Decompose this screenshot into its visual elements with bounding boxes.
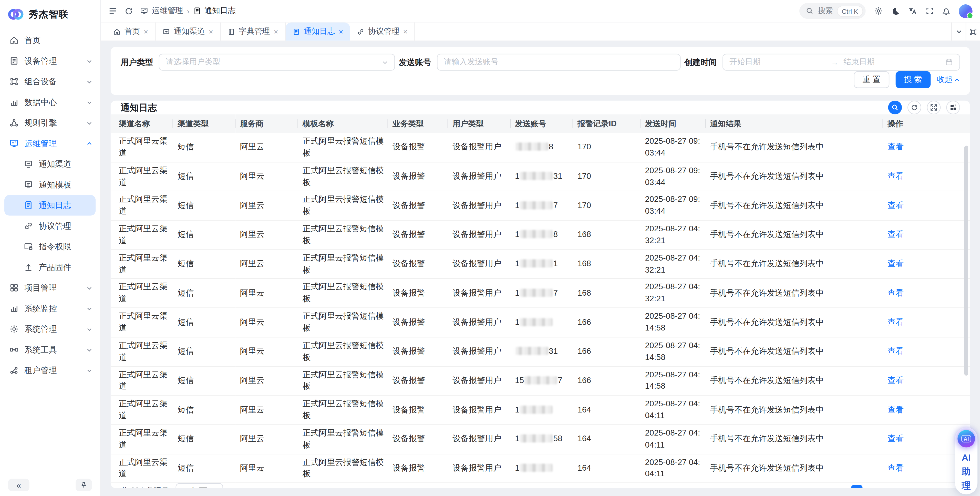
sidebar-item-ops[interactable]: 运维管理: [0, 133, 100, 154]
sidebar-item-monitoring[interactable]: 系统监控: [0, 298, 100, 319]
close-tab-icon[interactable]: ×: [209, 28, 213, 35]
sidebar-subitem-protocol[interactable]: 协议管理: [0, 216, 100, 237]
back-five-pages-button[interactable]: [819, 485, 830, 488]
dark-mode-button[interactable]: [891, 7, 900, 15]
cell-result: 手机号不在允许发送短信列表中: [706, 337, 883, 366]
view-link[interactable]: 查看: [888, 200, 904, 210]
notifications-button[interactable]: [942, 7, 951, 15]
chevron-down-icon: [86, 120, 92, 126]
sidebar-subitem-notify-log[interactable]: 通知日志: [4, 195, 95, 216]
table-row: 正式阿里云渠道短信阿里云正式阿里云报警短信模板设备报警设备报警用户1311702…: [111, 162, 970, 191]
sidebar-item-home[interactable]: 首页: [0, 30, 100, 51]
sidebar-subitem-notify-template[interactable]: 通知模板: [0, 175, 100, 195]
view-link[interactable]: 查看: [888, 230, 904, 239]
table-row: 正式阿里云渠道短信阿里云正式阿里云报警短信模板设备报警设备报警用户1571662…: [111, 366, 970, 395]
cell-user-type: 设备报警用户: [448, 250, 511, 279]
view-link[interactable]: 查看: [888, 347, 904, 356]
table-fullscreen-button[interactable]: [927, 101, 941, 114]
view-link[interactable]: 查看: [888, 317, 904, 327]
cell-send-account: 1: [511, 395, 573, 424]
tab-list-dropdown-button[interactable]: [951, 22, 966, 41]
close-tab-icon[interactable]: ×: [144, 28, 148, 35]
close-tab-icon[interactable]: ×: [274, 28, 278, 35]
tab-home[interactable]: 首页 ×: [105, 22, 156, 41]
cell-channel-name: 正式阿里云渠道: [111, 454, 173, 483]
content-fullscreen-button[interactable]: [966, 22, 980, 41]
column-settings-button[interactable]: [946, 101, 960, 114]
sidebar-item-tenants[interactable]: 租户管理: [0, 360, 100, 381]
view-link[interactable]: 查看: [888, 259, 904, 268]
reset-button[interactable]: 重 置: [854, 71, 889, 88]
date-range-picker[interactable]: 开始日期 → 结束日期: [722, 54, 960, 71]
cell-send-account: 157: [511, 366, 573, 395]
view-link[interactable]: 查看: [888, 405, 904, 414]
sidebar-subitem-command-perm[interactable]: 指令权限: [0, 236, 100, 257]
sidebar-item-data-center[interactable]: 数据中心: [0, 92, 100, 113]
start-date-input[interactable]: 开始日期: [729, 57, 826, 67]
view-link[interactable]: 查看: [888, 142, 904, 152]
cell-provider: 阿里云: [236, 191, 298, 220]
page-button-2[interactable]: 2: [867, 485, 879, 488]
masked-phone-number: [525, 376, 557, 384]
cell-biz-type: 设备报警: [388, 454, 448, 483]
breadcrumb-section[interactable]: 运维管理: [152, 6, 183, 16]
page-button-3[interactable]: 3: [884, 485, 895, 488]
collapse-filters-link[interactable]: 收起: [937, 74, 960, 85]
sidebar-item-projects[interactable]: 项目管理: [0, 277, 100, 298]
table-search-button[interactable]: [888, 101, 902, 114]
fullscreen-button[interactable]: [926, 7, 934, 15]
first-page-button[interactable]: [802, 485, 814, 488]
end-date-input[interactable]: 结束日期: [843, 57, 940, 67]
tab-dictionary[interactable]: 字典管理 ×: [221, 22, 286, 41]
table-scrollbar[interactable]: [964, 146, 968, 375]
user-type-select[interactable]: 请选择用户类型: [159, 54, 395, 71]
prev-page-button[interactable]: [835, 485, 846, 488]
page-button-5[interactable]: 5: [916, 485, 928, 488]
view-link[interactable]: 查看: [888, 172, 904, 181]
page-size-select[interactable]: 20条/页: [175, 483, 223, 488]
cell-result: 手机号不在允许发送短信列表中: [706, 133, 883, 162]
global-search-button[interactable]: 搜索 Ctrl K: [799, 3, 865, 19]
ai-assistant-button[interactable]: AI AI助理: [955, 428, 977, 494]
next-page-button[interactable]: [932, 485, 944, 488]
table-refresh-button[interactable]: [907, 101, 921, 114]
close-tab-icon[interactable]: ×: [339, 28, 343, 35]
cell-action: 查看: [883, 191, 970, 220]
view-link[interactable]: 查看: [888, 288, 904, 297]
sidebar-subitem-notify-channel[interactable]: 通知渠道: [0, 154, 100, 175]
page-button-4[interactable]: 4: [900, 485, 912, 488]
view-link[interactable]: 查看: [888, 375, 904, 385]
user-avatar[interactable]: [959, 4, 972, 18]
pin-sidebar-button[interactable]: [76, 479, 92, 491]
log-table: 渠道名称渠道类型服务商模板名称业务类型用户类型发送账号报警记录ID发送时间通知结…: [111, 114, 970, 483]
settings-button[interactable]: [874, 6, 883, 16]
language-button[interactable]: [908, 6, 918, 16]
cell-action: 查看: [883, 395, 970, 424]
sidebar-item-combos[interactable]: 组合设备: [0, 71, 100, 92]
menu-toggle-button[interactable]: [108, 6, 118, 16]
cell-channel-type: 短信: [173, 424, 236, 454]
account-input[interactable]: 请输入发送账号: [437, 54, 681, 71]
search-button[interactable]: 搜 索: [895, 71, 931, 88]
sidebar-item-devices[interactable]: 设备管理: [0, 51, 100, 72]
close-tab-icon[interactable]: ×: [403, 28, 407, 35]
tab-protocol[interactable]: 协议管理 ×: [350, 22, 415, 41]
cell-action: 查看: [883, 308, 970, 337]
collapse-sidebar-button[interactable]: «: [8, 479, 29, 491]
chevron-up-icon: [954, 76, 960, 83]
view-link[interactable]: 查看: [888, 463, 904, 473]
page-button-1[interactable]: 1: [851, 485, 862, 488]
cell-record-id: 170: [573, 162, 641, 191]
refresh-page-button[interactable]: [124, 7, 133, 15]
sidebar-subitem-firmware[interactable]: 产品固件: [0, 257, 100, 278]
sidebar-item-system-mgmt[interactable]: 系统管理: [0, 319, 100, 339]
view-link[interactable]: 查看: [888, 434, 904, 444]
tab-notify-log[interactable]: 通知日志 ×: [286, 22, 350, 41]
sidebar-item-system-tools[interactable]: 系统工具: [0, 339, 100, 360]
cell-template-name: 正式阿里云报警短信模板: [298, 424, 388, 454]
cell-user-type: 设备报警用户: [448, 337, 511, 366]
device-list-icon: [10, 56, 19, 66]
tab-notify-channel[interactable]: 通知渠道 ×: [156, 22, 221, 41]
range-arrow-icon: →: [831, 58, 838, 67]
sidebar-item-rule-engine[interactable]: 规则引擎: [0, 113, 100, 133]
